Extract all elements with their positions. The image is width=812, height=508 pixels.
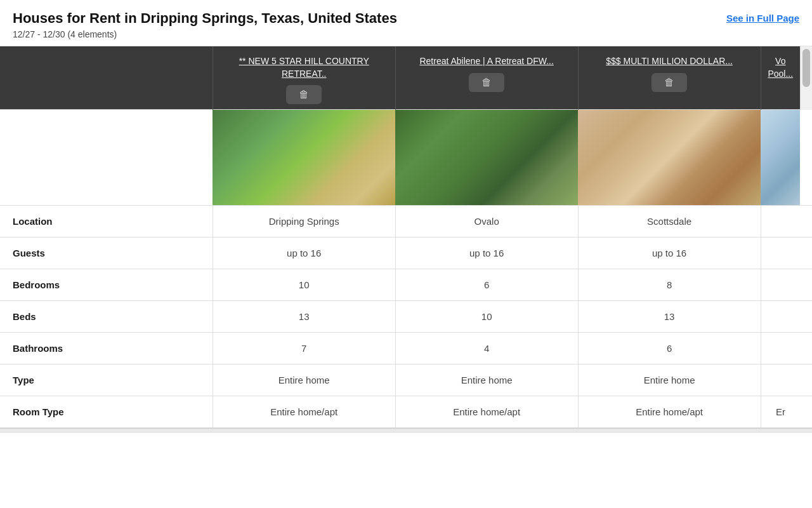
row-4-col-3 (761, 333, 800, 364)
row-label-1: Guests (0, 237, 213, 269)
table-row: Bedrooms1068 (0, 269, 812, 301)
table-row: Bathrooms746 (0, 333, 812, 364)
row-5-col-3 (761, 364, 800, 396)
delete-button-3[interactable]: 🗑 (652, 73, 687, 92)
trash-icon-2: 🗑 (481, 77, 492, 88)
delete-button-2[interactable]: 🗑 (469, 73, 504, 92)
property-image-3 (578, 110, 761, 206)
aerial-image-3 (578, 110, 761, 205)
table-row: Guestsup to 16up to 16up to 16 (0, 237, 812, 269)
col-title-2[interactable]: Retreat Abilene | A Retreat DFW... (402, 55, 572, 68)
bottom-bar (0, 428, 812, 433)
image-label-cell (0, 110, 213, 206)
row-6-col-0: Entire home/apt (213, 396, 395, 428)
row-2-col-3 (761, 269, 800, 301)
row-1-col-1: up to 16 (395, 237, 578, 269)
row-3-col-0: 13 (213, 301, 395, 333)
aerial-image-4 (761, 110, 800, 205)
row-label-5: Type (0, 364, 213, 396)
table-row: LocationDripping SpringsOvaloScottsdale (0, 206, 812, 237)
trash-icon-1: 🗑 (299, 89, 309, 100)
aerial-image-1 (213, 110, 395, 205)
row-0-col-0: Dripping Springs (213, 206, 395, 237)
row-label-4: Bathrooms (0, 333, 213, 364)
header-left: Houses for Rent in Dripping Springs, Tex… (13, 10, 397, 39)
row-6-col-1: Entire home/apt (395, 396, 578, 428)
row-3-col-1: 10 (395, 301, 578, 333)
row-label-0: Location (0, 206, 213, 237)
scrollbar-thumb[interactable] (802, 49, 810, 87)
see-full-page-link[interactable]: See in Full Page (726, 13, 799, 23)
image-row (0, 110, 812, 206)
page-title: Houses for Rent in Dripping Springs, Tex… (13, 10, 397, 27)
property-image-2 (395, 110, 578, 206)
page-header: Houses for Rent in Dripping Springs, Tex… (0, 0, 812, 46)
comparison-table-container: ** NEW 5 STAR HILL COUNTRY RETREAT.. 🗑 R… (0, 46, 812, 428)
scrollbar-column[interactable] (800, 46, 812, 110)
row-0-col-3 (761, 206, 800, 237)
trash-icon-3: 🗑 (664, 77, 674, 88)
row-1-col-3 (761, 237, 800, 269)
column-header-row: ** NEW 5 STAR HILL COUNTRY RETREAT.. 🗑 R… (0, 46, 812, 110)
row-6-col-3: Er (761, 396, 800, 428)
col-title-4[interactable]: Vo Pool... (768, 55, 794, 80)
row-0-col-2: Scottsdale (578, 206, 761, 237)
row-0-col-1: Ovalo (395, 206, 578, 237)
row-1-col-2: up to 16 (578, 237, 761, 269)
property-image-1 (213, 110, 395, 206)
row-label-6: Room Type (0, 396, 213, 428)
row-1-col-0: up to 16 (213, 237, 395, 269)
row-6-col-2: Entire home/apt (578, 396, 761, 428)
row-2-col-2: 8 (578, 269, 761, 301)
page-wrapper: Houses for Rent in Dripping Springs, Tex… (0, 0, 812, 508)
col-title-1[interactable]: ** NEW 5 STAR HILL COUNTRY RETREAT.. (219, 55, 389, 80)
property-image-4 (761, 110, 800, 206)
table-row: Beds131013 (0, 301, 812, 333)
row-label-2: Bedrooms (0, 269, 213, 301)
delete-button-1[interactable]: 🗑 (286, 85, 322, 104)
row-2-col-1: 6 (395, 269, 578, 301)
row-4-col-1: 4 (395, 333, 578, 364)
aerial-image-2 (395, 110, 578, 205)
col-title-3[interactable]: $$$ MULTI MILLION DOLLAR... (585, 55, 754, 68)
row-4-col-2: 6 (578, 333, 761, 364)
col-header-2: Retreat Abilene | A Retreat DFW... 🗑 (395, 46, 578, 110)
row-4-col-0: 7 (213, 333, 395, 364)
row-3-col-2: 13 (578, 301, 761, 333)
row-5-col-0: Entire home (213, 364, 395, 396)
table-row: TypeEntire homeEntire homeEntire home (0, 364, 812, 396)
row-3-col-3 (761, 301, 800, 333)
table-row: Room TypeEntire home/aptEntire home/aptE… (0, 396, 812, 428)
label-header-cell (0, 46, 213, 110)
page-subtitle: 12/27 - 12/30 (4 elements) (13, 29, 397, 39)
row-5-col-1: Entire home (395, 364, 578, 396)
col-header-4: Vo Pool... (761, 46, 800, 110)
col-header-1: ** NEW 5 STAR HILL COUNTRY RETREAT.. 🗑 (213, 46, 395, 110)
comparison-table: ** NEW 5 STAR HILL COUNTRY RETREAT.. 🗑 R… (0, 46, 812, 428)
row-2-col-0: 10 (213, 269, 395, 301)
col-header-3: $$$ MULTI MILLION DOLLAR... 🗑 (578, 46, 761, 110)
row-label-3: Beds (0, 301, 213, 333)
row-5-col-2: Entire home (578, 364, 761, 396)
